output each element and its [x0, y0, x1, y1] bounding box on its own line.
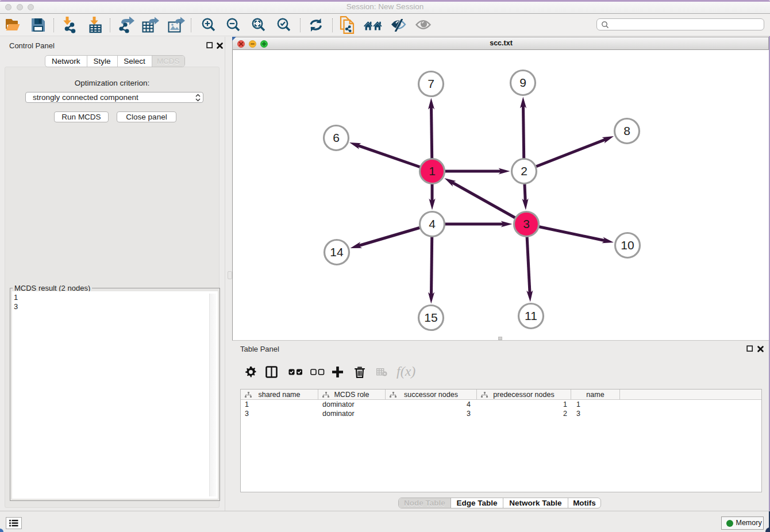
svg-text:4: 4 [429, 217, 436, 230]
svg-text:6: 6 [333, 131, 340, 144]
svg-text:15: 15 [424, 311, 437, 324]
svg-text:8: 8 [623, 124, 630, 137]
svg-text:3: 3 [523, 217, 530, 230]
svg-text:7: 7 [428, 77, 434, 90]
svg-text:2: 2 [521, 164, 528, 178]
svg-text:11: 11 [525, 309, 537, 322]
svg-text:14: 14 [330, 245, 344, 259]
svg-text:10: 10 [621, 238, 634, 252]
svg-text:9: 9 [519, 76, 526, 89]
svg-text:1: 1 [429, 164, 436, 178]
